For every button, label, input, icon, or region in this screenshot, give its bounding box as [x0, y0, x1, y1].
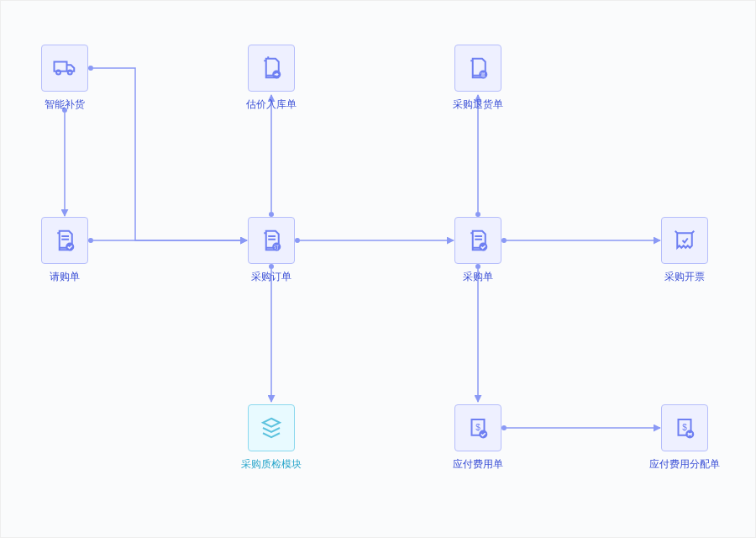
node-purchase-order[interactable]: 订	[248, 217, 295, 264]
node-purchase-receipt[interactable]	[454, 217, 501, 264]
label-payable-allocation: 应付费用分配单	[634, 457, 735, 472]
invoice-icon	[672, 228, 697, 253]
label-purchase-request: 请购单	[14, 270, 115, 284]
svg-point-15	[475, 264, 480, 269]
node-purchase-return[interactable]: 退	[454, 45, 501, 92]
svg-point-27	[479, 430, 487, 439]
svg-point-22	[66, 243, 74, 251]
label-payable-expense: 应付费用单	[428, 457, 528, 472]
node-valuation-inbound[interactable]	[248, 45, 295, 92]
doc-return-icon: 退	[465, 55, 491, 81]
doc-arrow-icon	[259, 55, 284, 81]
svg-text:$: $	[475, 423, 480, 432]
svg-point-3	[88, 238, 93, 243]
label-valuation-inbound: 估价入库单	[221, 98, 322, 112]
node-purchase-invoice[interactable]	[661, 217, 708, 264]
svg-text:退: 退	[480, 71, 486, 77]
svg-point-17	[501, 425, 507, 430]
label-purchase-invoice: 采购开票	[634, 270, 735, 284]
node-payable-expense[interactable]: $	[454, 404, 501, 451]
svg-point-9	[269, 264, 274, 269]
svg-point-2	[88, 66, 93, 71]
svg-point-7	[295, 238, 300, 243]
svg-point-25	[479, 243, 487, 251]
svg-point-13	[501, 238, 507, 243]
svg-text:订: 订	[274, 244, 279, 250]
label-quality-module: 采购质检模块	[221, 457, 322, 472]
doc-check-icon	[52, 228, 77, 253]
doc-order-icon: 订	[259, 228, 284, 253]
label-purchase-order: 采购订单	[221, 270, 322, 284]
label-smart-replenish: 智能补货	[14, 98, 115, 112]
truck-icon	[52, 55, 77, 81]
node-purchase-request[interactable]	[41, 217, 88, 264]
svg-text:$: $	[682, 423, 687, 432]
label-purchase-return: 采购退货单	[428, 98, 528, 112]
node-smart-replenish[interactable]	[41, 45, 88, 92]
money-share-icon: $	[672, 415, 697, 440]
label-purchase-receipt: 采购单	[428, 270, 528, 284]
node-quality-module[interactable]	[248, 404, 295, 451]
stack-icon	[259, 415, 284, 440]
node-payable-allocation[interactable]: $	[661, 404, 708, 451]
money-check-icon: $	[465, 415, 491, 440]
doc-check-icon	[465, 228, 491, 253]
